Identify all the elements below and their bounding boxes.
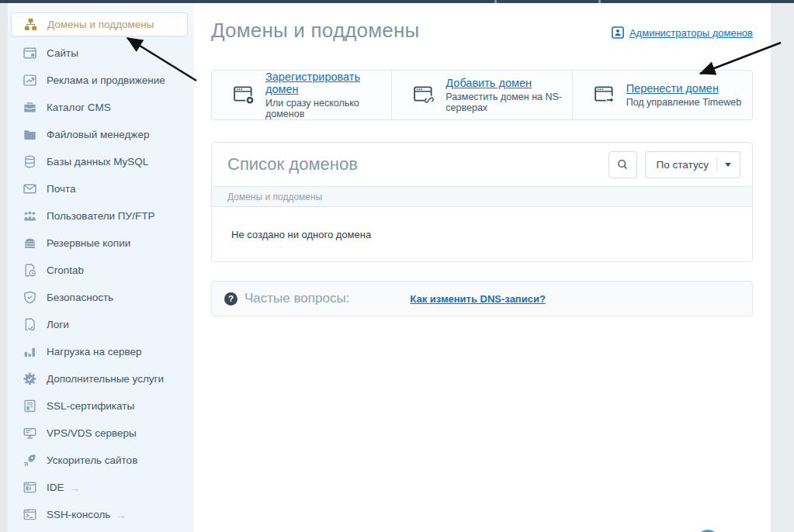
- rocket-icon: [23, 454, 36, 467]
- sidebar-item-label: Нагрузка на сервер: [47, 346, 141, 358]
- topbar-divider: [494, 0, 497, 3]
- sidebar-item-label: Безопасность: [47, 292, 113, 303]
- clock-doc-icon: [23, 264, 36, 277]
- table-column-header: Домены и поддомены: [212, 186, 752, 207]
- dropdown-divider: [716, 157, 717, 172]
- sidebar-item-backups[interactable]: Резервные копии: [8, 230, 194, 257]
- domain-list-card: Список доменов По статусу Домены и поддо…: [211, 142, 753, 262]
- sidebar-item-label: IDE: [47, 482, 64, 493]
- transfer-domain-link: Перенести домен: [626, 82, 742, 95]
- sidebar-item-vps[interactable]: VPS/VDS серверы: [8, 420, 194, 447]
- sidebar-item-mysql[interactable]: Базы данных MySQL: [8, 148, 194, 175]
- sidebar-item-label: Каталог CMS: [47, 102, 111, 113]
- sidebar-item-label: SSH-консоль: [47, 509, 110, 520]
- sidebar-item-ads[interactable]: Реклама и продвижение: [8, 67, 194, 94]
- external-link-arrow-icon: →: [70, 482, 81, 493]
- sidebar-item-label: SSL-сертификаты: [47, 400, 134, 412]
- main-content: Домены и поддомены Администраторы домено…: [194, 3, 771, 532]
- sitemap-icon: [24, 18, 37, 31]
- domain-register-icon: [234, 86, 255, 105]
- top-dark-stripe: [0, 0, 794, 3]
- empty-state-message: Не создано ни одного домена: [212, 207, 752, 261]
- faq-card: Частые вопросы: Как изменить DNS-записи?: [211, 281, 753, 316]
- domain-admins-link[interactable]: Администраторы доменов: [612, 26, 753, 39]
- users-icon: [23, 209, 36, 223]
- sidebar-item-label: Ускоритель сайтов: [47, 454, 137, 466]
- log-doc-icon: [23, 318, 36, 331]
- sidebar-item-label: Сайты: [47, 47, 78, 59]
- backup-icon: [23, 237, 36, 250]
- server-icon: [23, 427, 36, 440]
- sidebar-item-accelerator[interactable]: Ускоритель сайтов: [8, 447, 194, 474]
- search-button[interactable]: [609, 151, 637, 178]
- page-title: Домены и поддомены: [211, 19, 419, 43]
- domain-list-title: Список доменов: [227, 154, 609, 174]
- browser-icon: [23, 47, 36, 60]
- mail-icon: [23, 182, 36, 195]
- sidebar-item-sites[interactable]: Сайты: [8, 40, 194, 67]
- database-icon: [23, 155, 36, 168]
- terminal-icon: [23, 508, 36, 521]
- transfer-domain-subtitle: Под управление Timeweb: [626, 97, 742, 108]
- sidebar-item-label: Crontab: [47, 264, 84, 276]
- sidebar-item-label: Домены и поддомены: [47, 19, 154, 30]
- sidebar-item-label: Реклама и продвижение: [47, 74, 165, 86]
- faq-label: Частые вопросы:: [244, 291, 349, 306]
- right-window-edge: [771, 3, 794, 532]
- status-filter-label: По статусу: [657, 159, 709, 171]
- sidebar-item-label: Базы данных MySQL: [47, 156, 148, 168]
- status-filter-dropdown[interactable]: По статусу: [645, 151, 740, 178]
- timeweb-control-panel: Домены и поддомены Сайты Реклама и продв…: [0, 0, 794, 532]
- sidebar-item-ssl[interactable]: SSL-сертификаты: [8, 392, 194, 420]
- gear-badge-icon: [23, 372, 36, 385]
- domain-transfer-icon: [595, 86, 616, 105]
- sidebar-item-cms-catalog[interactable]: Каталог CMS: [8, 94, 194, 121]
- ide-window-icon: [23, 481, 36, 494]
- add-domain-subtitle: Разместить домен на NS-серверах: [446, 92, 571, 113]
- sidebar: Домены и поддомены Сайты Реклама и продв…: [8, 3, 194, 532]
- register-domain-action[interactable]: Зарегистрировать домен Или сразу несколь…: [212, 71, 391, 119]
- sidebar-item-domains[interactable]: Домены и поддомены: [11, 12, 188, 36]
- sidebar-item-ide[interactable]: IDE →: [8, 474, 194, 501]
- sidebar-item-users-ftp[interactable]: Пользователи ПУ/FTP: [8, 202, 194, 230]
- add-domain-link: Добавить домен: [446, 77, 571, 89]
- search-icon: [616, 158, 629, 171]
- sidebar-item-label: Почта: [47, 183, 76, 195]
- shield-icon: [23, 291, 36, 304]
- transfer-domain-action[interactable]: Перенести домен Под управление Timeweb: [572, 71, 752, 119]
- faq-dns-link[interactable]: Как изменить DNS-записи?: [410, 293, 546, 305]
- add-domain-action[interactable]: Добавить домен Разместить домен на NS-се…: [391, 71, 571, 119]
- sidebar-item-label: VPS/VDS серверы: [47, 427, 137, 439]
- domain-actions-bar: Зарегистрировать домен Или сразу несколь…: [211, 70, 753, 120]
- sidebar-item-label: Дополнительные услуги: [47, 373, 164, 385]
- domain-list-header: Список доменов По статусу: [212, 143, 752, 186]
- folder-icon: [23, 128, 36, 141]
- chevron-down-icon: [725, 163, 731, 167]
- sidebar-item-ssh[interactable]: SSH-консоль →: [8, 501, 194, 528]
- sidebar-item-label: Пользователи ПУ/FTP: [47, 210, 154, 222]
- sidebar-item-file-manager[interactable]: Файловый менеджер: [8, 121, 194, 148]
- sidebar-item-server-load[interactable]: Нагрузка на сервер: [8, 338, 194, 365]
- sidebar-item-label: Резервные копии: [47, 237, 130, 249]
- contact-card-icon: [612, 26, 624, 39]
- briefcase-icon: [23, 101, 36, 114]
- topbar-divider: [598, 0, 601, 3]
- domain-admins-label: Администраторы доменов: [629, 27, 753, 39]
- sidebar-item-extra-services[interactable]: Дополнительные услуги: [8, 365, 194, 392]
- chart-up-icon: [23, 74, 36, 87]
- sidebar-item-security[interactable]: Безопасность: [8, 284, 194, 311]
- sidebar-item-mail[interactable]: Почта: [8, 175, 194, 202]
- sidebar-item-crontab[interactable]: Crontab: [8, 257, 194, 284]
- register-domain-subtitle: Или сразу несколько доменов: [265, 98, 391, 119]
- sidebar-item-label: Логи: [47, 319, 69, 330]
- external-link-arrow-icon: →: [116, 510, 127, 520]
- bar-chart-icon: [23, 345, 36, 358]
- domain-add-icon: [414, 86, 435, 105]
- left-window-edge: [0, 3, 8, 532]
- register-domain-link: Зарегистрировать домен: [265, 71, 391, 95]
- question-mark-icon: [224, 292, 238, 306]
- sidebar-item-label: Файловый менеджер: [47, 129, 149, 140]
- sidebar-item-logs[interactable]: Логи: [8, 311, 194, 338]
- certificate-icon: [23, 399, 36, 413]
- sidebar-menu: Домены и поддомены Сайты Реклама и продв…: [8, 3, 194, 528]
